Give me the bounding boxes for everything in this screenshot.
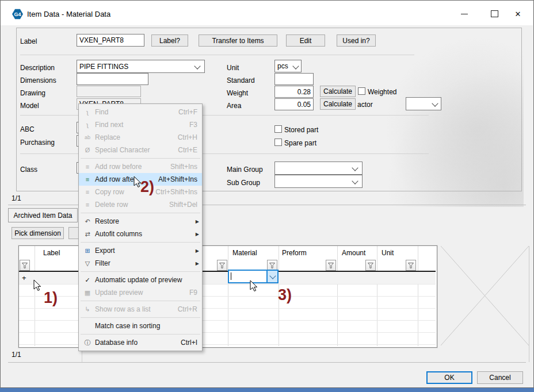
copy-row-icon: ≡ — [80, 189, 95, 195]
filter-funnel-button[interactable] — [365, 260, 376, 271]
menu-item-filter[interactable]: ▽Filter▶ — [79, 257, 202, 270]
tab-archived-item-data[interactable]: Archived Item Data — [8, 208, 78, 222]
record-indicator-top: 1/1 — [12, 194, 21, 202]
filter-funnel-icon — [269, 262, 276, 269]
standard-input[interactable] — [274, 73, 314, 85]
drawing-label: Drawing — [20, 89, 45, 97]
minimize-button[interactable] — [456, 6, 473, 21]
class-label: Class — [20, 166, 37, 174]
filter-funnel-icon — [219, 262, 226, 269]
transfer-to-items-button[interactable]: Transfer to Items — [199, 34, 277, 47]
new-row-marker[interactable]: + — [22, 274, 26, 282]
calculate-weight-button[interactable]: Calculate — [320, 86, 356, 97]
title-bar[interactable]: G4 Item Data - Material Data ✕ — [1, 1, 533, 25]
column-header-material[interactable]: Material — [232, 249, 257, 257]
purchasing-label: Purchasing — [20, 139, 55, 147]
ok-button[interactable]: OK — [426, 371, 472, 384]
divider — [20, 55, 414, 55]
spare-part-checkbox[interactable] — [274, 139, 282, 146]
find-icon: ʅ — [80, 109, 95, 116]
description-label: Description — [20, 64, 55, 72]
main-group-combobox[interactable] — [274, 162, 363, 175]
menu-item-automatic-update-of-preview[interactable]: ✓Automatic update of preview — [79, 274, 202, 286]
label-query-button[interactable]: Label? — [151, 34, 188, 47]
minimize-icon — [461, 14, 468, 14]
edit-button[interactable]: Edit — [286, 34, 325, 47]
menu-item-label: Match case in sorting — [95, 322, 200, 330]
annotation-step-1: 1) — [44, 289, 58, 307]
menu-item-label: Find — [95, 108, 178, 116]
database-info-icon: ⓘ — [80, 339, 95, 347]
description-value: PIPE FITTINGS — [79, 63, 128, 71]
dimensions-input[interactable] — [77, 73, 148, 85]
filter-funnel-button[interactable] — [217, 260, 227, 271]
restore-icon: ↶ — [80, 218, 95, 225]
menu-separator — [81, 242, 200, 243]
menu-item-update-preview: ▦Update previewF9 — [79, 286, 202, 299]
stored-part-label: Stored part — [284, 126, 318, 134]
menu-item-autofit-columns[interactable]: ⇄Autofit columns▶ — [79, 228, 202, 240]
menu-item-label: Autofit columns — [95, 230, 192, 238]
menu-item-shortcut: Ctrl+H — [178, 133, 200, 141]
maximize-button[interactable] — [486, 6, 503, 21]
menu-item-database-info[interactable]: ⓘDatabase infoCtrl+I — [79, 336, 202, 349]
weight-label: Weight — [227, 89, 248, 97]
menu-item-export[interactable]: ⊞Export▶ — [79, 244, 202, 257]
menu-separator — [81, 301, 200, 301]
used-in-button[interactable]: Used in? — [337, 34, 376, 47]
column-header-preform[interactable]: Preform — [282, 249, 307, 257]
text-caret — [231, 272, 231, 280]
material-editor-dropdown-button[interactable] — [266, 271, 277, 282]
area-input[interactable]: 0.05 — [274, 98, 314, 110]
annotation-step-2: 2) — [140, 178, 154, 196]
maximize-icon — [491, 10, 498, 17]
window-title: Item Data - Material Data — [27, 10, 110, 18]
menu-item-label: Export — [95, 247, 192, 255]
unit-combobox[interactable]: pcs — [274, 60, 302, 72]
record-indicator-bottom: 1/1 — [12, 351, 21, 359]
label-input[interactable]: VXEN_PART8 — [77, 34, 144, 47]
close-icon: ✕ — [515, 10, 521, 18]
close-button[interactable]: ✕ — [509, 6, 527, 21]
sub-group-combobox[interactable] — [274, 175, 363, 188]
drawing-input — [77, 86, 141, 97]
divider — [529, 246, 529, 362]
column-header-unit[interactable]: Unit — [382, 249, 394, 257]
replace-icon: ab — [80, 134, 95, 140]
autofit-columns-icon: ⇄ — [80, 230, 95, 238]
menu-item-shortcut: Ctrl+E — [178, 146, 200, 154]
standard-label: Standard — [227, 76, 255, 84]
calculate-area-button[interactable]: Calculate — [320, 98, 356, 110]
stored-part-checkbox[interactable] — [274, 125, 282, 133]
submenu-arrow-icon: ▶ — [192, 219, 200, 224]
column-header-label[interactable]: Label — [43, 249, 60, 257]
menu-item-label: Special Character — [95, 146, 178, 154]
abc-label: ABC — [20, 125, 35, 133]
weight-input[interactable]: 0.28 — [274, 86, 314, 98]
menu-item-restore[interactable]: ↶Restore▶ — [79, 215, 202, 228]
filter-funnel-icon — [407, 262, 414, 269]
submenu-arrow-icon: ▶ — [192, 248, 200, 253]
column-header-amount[interactable]: Amount — [342, 249, 365, 257]
mouse-cursor — [134, 176, 142, 188]
mouse-cursor — [33, 279, 41, 291]
filter-funnel-button[interactable] — [406, 260, 416, 271]
filter-funnel-button[interactable] — [326, 260, 336, 271]
cancel-button[interactable]: Cancel — [477, 371, 523, 384]
chevron-down-icon — [352, 178, 358, 184]
menu-item-label: Add row before — [95, 163, 170, 171]
menu-item-shortcut: Ctrl+F — [178, 108, 200, 116]
chevron-down-icon — [292, 63, 299, 69]
sub-group-label: Sub Group — [227, 179, 260, 187]
menu-separator — [81, 158, 200, 159]
description-combobox[interactable]: PIPE FITTINGS — [77, 60, 205, 73]
weighted-checkbox[interactable] — [358, 87, 365, 95]
filter-funnel-button[interactable] — [20, 260, 30, 271]
filter-funnel-icon — [367, 262, 374, 269]
screen: G4 Item Data - Material Data ✕ Label VXE… — [0, 0, 534, 392]
menu-item-match-case-in-sorting[interactable]: Match case in sorting — [79, 320, 202, 332]
pick-dimension-button[interactable]: Pick dimension — [12, 227, 64, 239]
menu-item-label: Delete row — [95, 201, 169, 209]
factor-combobox[interactable] — [406, 97, 441, 110]
filter-icon: ▽ — [80, 260, 95, 267]
